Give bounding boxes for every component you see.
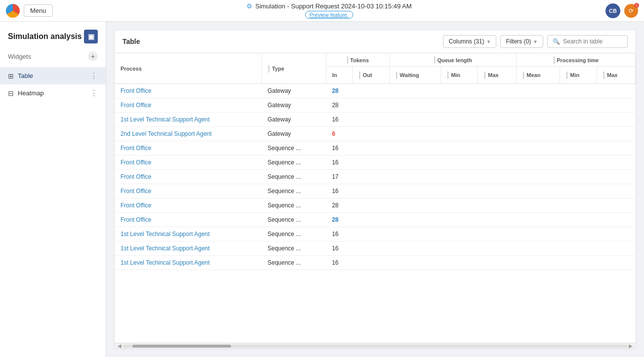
sidebar-item-heatmap-label: Heatmap	[18, 89, 44, 97]
th-process: Process	[115, 53, 262, 84]
cell-process[interactable]: 2nd Level Technical Support Agent	[115, 127, 262, 141]
sidebar-item-heatmap[interactable]: ⊟ Heatmap ⋮	[0, 84, 106, 102]
widgets-header: Widgets +	[0, 51, 106, 67]
cell-pt-min	[560, 241, 597, 256]
search-box: 🔍	[547, 35, 628, 48]
columns-chevron: ▼	[486, 39, 491, 44]
widget-controls: Columns (31) ▼ Filters (0) ▼ 🔍	[443, 35, 628, 48]
cell-q-max	[478, 127, 516, 141]
table-row: Front Office Gateway 28	[115, 84, 636, 98]
cell-pt-min	[560, 113, 597, 127]
cell-process[interactable]: Front Office	[115, 141, 262, 156]
cell-pt-max	[597, 227, 635, 241]
cell-pt-min	[560, 198, 597, 213]
preview-link[interactable]: Preview feature.	[305, 11, 353, 19]
cell-process[interactable]: 1st Level Technical Support Agent	[115, 227, 262, 241]
cell-tokens-in: 16	[326, 156, 352, 170]
widget-header: Table Columns (31) ▼ Filters (0) ▼ 🔍	[115, 30, 636, 53]
hscroll-right-arrow[interactable]: ▶	[628, 343, 634, 349]
cell-tokens-out	[352, 256, 389, 270]
hscroll-thumb[interactable]	[132, 345, 231, 348]
th-type: | Type	[262, 53, 326, 84]
cell-pt-min	[560, 156, 597, 170]
cell-type: Sequence ...	[262, 213, 326, 227]
type-sep: |	[268, 64, 270, 73]
hscroll-track[interactable]	[122, 345, 628, 348]
search-icon: 🔍	[553, 38, 560, 45]
th-tokens-in: In	[326, 67, 352, 84]
cell-process[interactable]: Front Office	[115, 184, 262, 198]
filters-button[interactable]: Filters (0) ▼	[500, 35, 543, 48]
cell-pt-min	[560, 256, 597, 270]
cell-q-max	[478, 227, 516, 241]
cell-q-min	[441, 98, 478, 113]
add-widget-button[interactable]: +	[88, 51, 98, 61]
cell-q-min	[441, 198, 478, 213]
cell-q-min	[441, 170, 478, 184]
cell-tokens-in: 28	[326, 84, 352, 98]
cell-tokens-out	[352, 141, 389, 156]
hscroll-bar[interactable]: ◀ ▶	[115, 343, 636, 349]
cell-process[interactable]: 1st Level Technical Support Agent	[115, 241, 262, 256]
cell-q-min	[441, 113, 478, 127]
cell-pt-mean	[516, 84, 560, 98]
cell-q-max	[478, 241, 516, 256]
cell-tokens-in: 28	[326, 198, 352, 213]
menu-button[interactable]: Menu	[24, 4, 53, 17]
cell-tokens-in: 16	[326, 184, 352, 198]
cell-tokens-out	[352, 98, 389, 113]
out-sep: |	[359, 71, 361, 79]
cell-process[interactable]: 1st Level Technical Support Agent	[115, 113, 262, 127]
cell-process[interactable]: Front Office	[115, 213, 262, 227]
th-pt-group: | Processing time	[516, 53, 635, 67]
cell-tokens-out	[352, 241, 389, 256]
cell-type: Sequence ...	[262, 170, 326, 184]
group-header-row: Process | Type | Tokens	[115, 53, 636, 67]
filters-chevron: ▼	[533, 39, 538, 44]
heatmap-item-menu[interactable]: ⋮	[90, 88, 98, 98]
cell-tokens-out	[352, 113, 389, 127]
widget-title: Table	[122, 38, 140, 45]
cell-tokens-in: 28	[326, 213, 352, 227]
topbar-left: Menu	[6, 4, 53, 18]
cell-q-min	[441, 256, 478, 270]
sidebar-item-table[interactable]: ⊞ Table ⋮	[0, 67, 106, 84]
main-content: Table Columns (31) ▼ Filters (0) ▼ 🔍	[106, 22, 644, 357]
cell-q-max	[478, 256, 516, 270]
cell-tokens-in: 16	[326, 241, 352, 256]
cell-q-min	[441, 156, 478, 170]
cell-waiting	[389, 98, 441, 113]
table-item-menu[interactable]: ⋮	[90, 71, 98, 80]
notification-icon[interactable]: ⟳ 1	[624, 4, 638, 18]
cell-waiting	[389, 227, 441, 241]
sidebar-collapse-button[interactable]: ▣	[84, 30, 98, 43]
cell-pt-min	[560, 227, 597, 241]
cell-process[interactable]: Front Office	[115, 198, 262, 213]
search-input[interactable]	[563, 38, 622, 45]
cell-process[interactable]: Front Office	[115, 98, 262, 113]
table-wrapper[interactable]: Process | Type | Tokens	[115, 53, 636, 343]
sidebar: Simulation analysis ▣ Widgets + ⊞ Table …	[0, 22, 106, 357]
hscroll-left-arrow[interactable]: ◀	[117, 343, 122, 349]
cell-q-max	[478, 156, 516, 170]
simulation-icon: ⚙	[246, 2, 252, 10]
cell-q-max	[478, 184, 516, 198]
th-pt-min: | Min	[560, 67, 597, 84]
columns-button[interactable]: Columns (31) ▼	[443, 35, 496, 48]
cell-tokens-out	[352, 213, 389, 227]
cell-tokens-out	[352, 127, 389, 141]
cell-waiting	[389, 127, 441, 141]
cell-process[interactable]: Front Office	[115, 156, 262, 170]
cell-process[interactable]: 1st Level Techincal Support Agent	[115, 256, 262, 270]
qmax-sep: |	[483, 71, 485, 79]
table-row: Front Office Sequence ... 16	[115, 184, 636, 198]
cell-q-max	[478, 170, 516, 184]
waiting-sep: |	[396, 71, 398, 79]
cell-tokens-in: 28	[326, 98, 352, 113]
cell-process[interactable]: Front Office	[115, 84, 262, 98]
cell-type: Gateway	[262, 98, 326, 113]
cell-waiting	[389, 141, 441, 156]
cell-process[interactable]: Front Office	[115, 170, 262, 184]
cell-waiting	[389, 170, 441, 184]
sidebar-item-table-left: ⊞ Table	[8, 72, 33, 80]
